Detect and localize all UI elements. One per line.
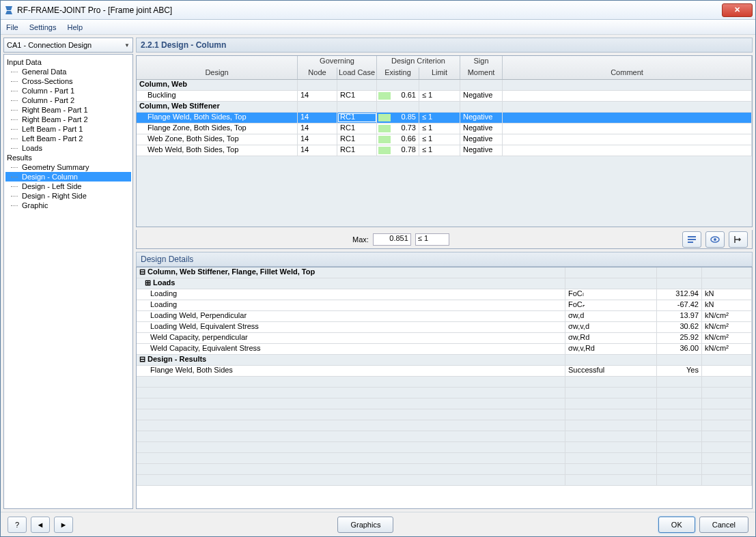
details-row[interactable]: ⊟ Column, Web Stiffener, Flange, Fillet … (137, 267, 752, 278)
details-row[interactable]: LoadingFoCₗ312.94kN (137, 289, 752, 300)
tree-item[interactable]: Column - Part 1 (5, 86, 131, 96)
max-label: Max: (352, 235, 369, 244)
window-title: RF-FRAME-JOINT Pro - [Frame joint ABC] (17, 5, 722, 15)
tree-item[interactable]: Right Beam - Part 2 (5, 115, 131, 124)
next-icon[interactable]: ► (54, 517, 73, 533)
bottom-bar: ? ◄ ► Graphics OK Cancel (1, 512, 755, 536)
grid-row[interactable]: Web Weld, Both Sides, Top14RC10.78≤ 1Neg… (137, 145, 752, 156)
prev-icon[interactable]: ◄ (31, 517, 50, 533)
tree-item[interactable]: Geometry Summary (5, 162, 131, 172)
tree-item[interactable]: Left Beam - Part 1 (5, 124, 131, 134)
details-row[interactable]: Loading Weld, Perpendicularσw,d13.97kN/c… (137, 311, 752, 322)
tree-item[interactable]: Design - Left Side (5, 182, 131, 191)
tree-item[interactable]: Right Beam - Part 1 (5, 105, 131, 115)
menu-settings[interactable]: Settings (29, 23, 57, 31)
details-row[interactable]: Flange Weld, Both SidesSuccessfulYes (137, 366, 752, 377)
eye-icon[interactable] (705, 231, 725, 248)
tree-item[interactable]: Cross-Sections (5, 76, 131, 86)
svg-rect-2 (688, 242, 693, 243)
sidebar: CA1 - Connection Design Input Data Gener… (3, 38, 133, 509)
grid-row[interactable]: Web Zone, Both Sides, Top14RC10.66≤ 1Neg… (137, 134, 752, 145)
tree-item[interactable]: General Data (5, 67, 131, 76)
menubar: File Settings Help (1, 20, 755, 35)
details-row[interactable] (137, 388, 752, 398)
panel-title: 2.2.1 Design - Column (136, 38, 753, 53)
tree-item[interactable]: Graphic (5, 201, 131, 210)
details-row[interactable] (137, 475, 752, 486)
grid-group: Column, Web Stiffener (137, 102, 752, 113)
details-row[interactable] (137, 464, 752, 475)
tree-item[interactable]: Design - Right Side (5, 191, 131, 201)
details-grid[interactable]: ⊟ Column, Web Stiffener, Flange, Fillet … (136, 267, 753, 509)
details-row[interactable]: Weld Capacity, Equivalent Stressσw,v,Rd3… (137, 344, 752, 355)
details-row[interactable]: ⊟ Design - Results (137, 355, 752, 366)
svg-rect-1 (688, 239, 696, 240)
help-icon[interactable]: ? (8, 517, 27, 533)
grid-header: Governing Design Criterion Sign Design N… (137, 56, 752, 80)
max-row: Max: 0.851 ≤ 1 (136, 230, 753, 249)
details-row[interactable]: Weld Capacity, perpendicularσw,Rd25.92kN… (137, 333, 752, 344)
tree-item[interactable]: Column - Part 2 (5, 96, 131, 105)
details-row[interactable]: Loading Weld, Equivalent Stressσw,v,d30.… (137, 322, 752, 333)
grid-row[interactable]: Flange Zone, Both Sides, Top14RC10.73≤ 1… (137, 124, 752, 134)
tree-item[interactable]: Left Beam - Part 2 (5, 134, 131, 143)
svg-rect-0 (688, 236, 696, 237)
details-row[interactable] (137, 453, 752, 464)
ok-button[interactable]: OK (658, 517, 695, 533)
grid-row[interactable]: Buckling14RC10.61≤ 1Negative (137, 91, 752, 102)
max-value: 0.851 (373, 233, 411, 246)
nav-tree[interactable]: Input Data General DataCross-SectionsCol… (3, 54, 133, 509)
case-combo[interactable]: CA1 - Connection Design (3, 38, 133, 53)
tree-results[interactable]: Results (5, 153, 131, 162)
close-button[interactable]: ✕ (722, 3, 753, 17)
tree-item[interactable]: Design - Column (5, 172, 131, 182)
details-title: Design Details (136, 252, 753, 267)
details-icon[interactable] (682, 231, 701, 248)
design-grid[interactable]: Governing Design Criterion Sign Design N… (136, 55, 753, 227)
details-row[interactable] (137, 377, 752, 388)
tree-item[interactable]: Loads (5, 143, 131, 153)
app-icon (3, 5, 14, 16)
grid-row[interactable]: Flange Weld, Both Sides, Top14RC10.85≤ 1… (137, 113, 752, 124)
details-row[interactable] (137, 420, 752, 431)
details-row[interactable]: LoadingFoCᵣ-67.42kN (137, 300, 752, 311)
goto-icon[interactable] (729, 231, 748, 248)
details-row[interactable] (137, 431, 752, 442)
max-limit: ≤ 1 (415, 233, 449, 246)
svg-point-4 (714, 238, 716, 241)
details-row[interactable]: ⊞ Loads (137, 278, 752, 289)
details-row[interactable] (137, 409, 752, 420)
details-row[interactable] (137, 398, 752, 409)
menu-file[interactable]: File (6, 23, 18, 31)
cancel-button[interactable]: Cancel (699, 517, 748, 533)
tree-input-data[interactable]: Input Data (5, 57, 131, 67)
titlebar: RF-FRAME-JOINT Pro - [Frame joint ABC] ✕ (1, 1, 755, 20)
menu-help[interactable]: Help (67, 23, 83, 31)
graphics-button[interactable]: Graphics (337, 517, 393, 533)
details-row[interactable] (137, 442, 752, 453)
grid-group: Column, Web (137, 80, 752, 91)
